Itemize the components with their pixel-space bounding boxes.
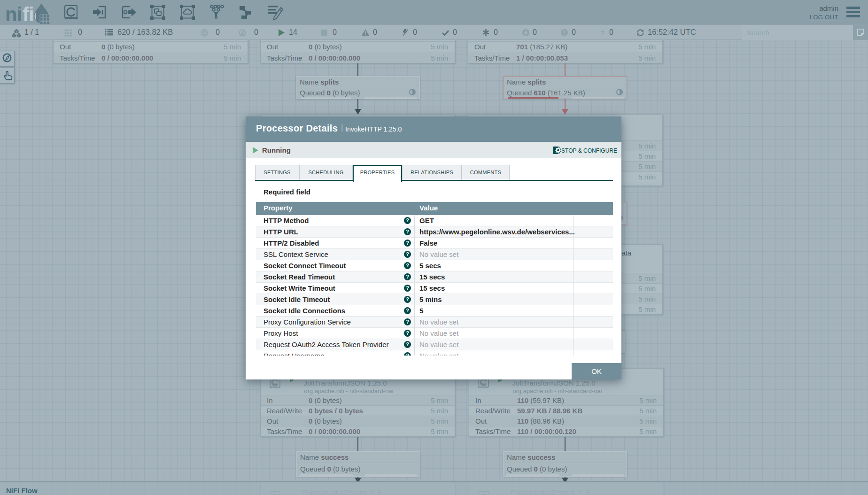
svg-text:fi: fi: [23, 3, 34, 25]
svg-text:ni: ni: [5, 3, 22, 25]
svg-text:?: ?: [600, 29, 604, 36]
